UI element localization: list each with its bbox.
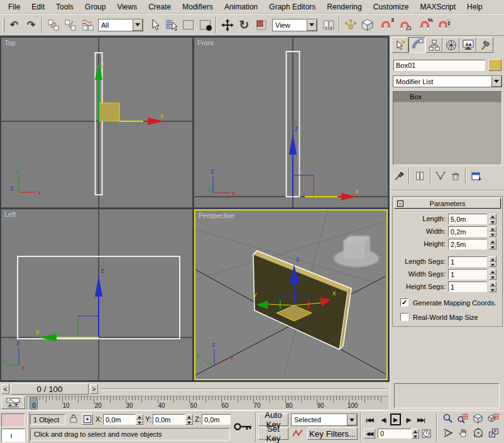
previous-frame-arrow-button[interactable]: < (1, 384, 9, 394)
select-and-scale-button[interactable] (253, 16, 270, 34)
next-frame-button[interactable]: ||▶ (403, 415, 414, 425)
dropdown-arrow-button[interactable] (347, 414, 357, 425)
previous-frame-button[interactable]: ◀|| (378, 415, 389, 425)
window-crossing-toggle-button[interactable] (197, 16, 214, 34)
modifier-stack-item-box[interactable]: Box (393, 92, 501, 102)
menu-customize[interactable]: Customize (368, 1, 415, 13)
zoom-extents-all-button[interactable] (486, 413, 500, 426)
dropdown-arrow-button[interactable] (307, 19, 317, 31)
select-and-move-button[interactable] (219, 16, 236, 34)
status-splitter[interactable] (27, 412, 30, 442)
width-segs-spinner[interactable] (489, 269, 496, 280)
length-spinner[interactable] (489, 214, 496, 224)
zoom-all-button[interactable] (456, 413, 470, 426)
menu-views[interactable]: Views (111, 1, 143, 13)
height-spinner[interactable] (489, 239, 496, 249)
menu-help[interactable]: Help (461, 1, 488, 13)
percent-snap-toggle-button[interactable]: % (415, 16, 434, 34)
x-coordinate-field[interactable]: 0,0m (103, 414, 136, 425)
bind-to-space-warp-button[interactable] (79, 16, 96, 34)
tab-create[interactable] (392, 37, 408, 53)
tab-utilities[interactable] (476, 37, 493, 53)
menu-group[interactable]: Group (79, 1, 111, 13)
height-segs-field[interactable]: 1 (448, 282, 487, 292)
set-key-button[interactable]: Set Key (258, 427, 288, 440)
unlink-selection-button[interactable] (62, 16, 79, 34)
go-to-end-button[interactable]: ▶▶| (415, 415, 427, 425)
dropdown-arrow-button[interactable] (133, 19, 143, 31)
key-filters-button[interactable]: Key Filters... (307, 427, 358, 440)
key-filter-selection-dropdown[interactable]: Selected (291, 413, 358, 426)
generate-mapping-coords-checkbox[interactable]: ✓ (400, 298, 408, 307)
play-animation-button[interactable]: ▶ (390, 413, 401, 425)
track-bar-ruler[interactable]: 0 10 20 30 40 50 60 70 80 90 100 (26, 396, 388, 410)
toolbar-grip[interactable] (3, 18, 4, 33)
make-unique-button[interactable] (433, 169, 448, 183)
rectangular-selection-region-button[interactable] (180, 16, 197, 34)
remove-modifier-button[interactable] (448, 169, 463, 183)
zoom-extents-button[interactable] (471, 413, 485, 426)
width-segs-field[interactable]: 1 (448, 269, 487, 280)
viewport-perspective[interactable]: z x y z x y Perspective (194, 209, 388, 380)
select-and-rotate-button[interactable]: ↻ (236, 16, 253, 34)
menu-animation[interactable]: Animation (219, 1, 263, 13)
next-frame-arrow-button[interactable]: > (90, 384, 98, 394)
viewport-left[interactable]: y z z y x Left (1, 209, 192, 380)
min-max-toggle-button[interactable] (486, 427, 500, 440)
real-world-map-size-checkbox[interactable] (400, 313, 408, 321)
viewport-front[interactable]: z x z x y Front (194, 38, 388, 207)
maxscript-mini-listener-white[interactable] (1, 429, 25, 442)
open-mini-curve-editor-button[interactable] (1, 397, 25, 409)
select-and-manipulate-button[interactable] (342, 16, 359, 34)
configure-modifier-sets-button[interactable] (468, 169, 485, 183)
arc-rotate-button[interactable] (471, 427, 485, 440)
height-field[interactable]: 2,5m (448, 239, 487, 249)
time-slider-handle[interactable]: 0 / 100 (11, 383, 89, 395)
select-object-button[interactable] (146, 16, 163, 34)
reference-coordinate-system-dropdown[interactable]: View (272, 19, 317, 31)
length-segs-spinner[interactable] (489, 256, 496, 267)
show-end-result-button[interactable] (412, 169, 428, 183)
modifier-list-dropdown[interactable]: Modifier List (393, 75, 502, 87)
maxscript-mini-listener-pink[interactable] (1, 413, 25, 427)
menu-maxscript[interactable]: MAXScript (414, 1, 461, 13)
angle-snap-toggle-button[interactable] (395, 16, 415, 34)
rollout-collapse-button[interactable]: - (397, 200, 403, 207)
selection-filter-dropdown[interactable]: All (98, 19, 143, 31)
viewport-top[interactable]: y x y x z Top (1, 38, 192, 207)
width-field[interactable]: 0,2m (448, 226, 487, 237)
time-configuration-button[interactable] (421, 428, 432, 439)
rollout-header[interactable]: - Parameters (394, 198, 501, 209)
snap-3d-toggle-button[interactable]: 3 (376, 16, 395, 34)
snaps-toggle-button[interactable] (359, 16, 376, 34)
menu-create[interactable]: Create (143, 1, 177, 13)
select-and-link-button[interactable] (45, 16, 62, 34)
length-segs-field[interactable]: 1 (448, 256, 487, 267)
tab-modify[interactable] (408, 37, 425, 53)
field-of-view-button[interactable] (441, 427, 455, 440)
tab-display[interactable] (459, 37, 476, 53)
spinner-snap-toggle-button[interactable] (434, 16, 454, 34)
redo-button[interactable]: ↷ (23, 16, 40, 34)
selection-lock-toggle[interactable] (68, 413, 79, 425)
pan-view-button[interactable] (456, 427, 470, 440)
dropdown-arrow-button[interactable] (491, 76, 501, 87)
z-coordinate-field[interactable]: 0,0m (202, 414, 231, 425)
menu-tools[interactable]: Tools (50, 1, 79, 13)
go-to-start-button[interactable]: |◀◀ (363, 415, 376, 425)
width-spinner[interactable] (489, 226, 496, 237)
object-color-swatch[interactable] (488, 59, 501, 71)
absolute-offset-mode-toggle[interactable] (82, 413, 93, 425)
use-pivot-point-center-button[interactable] (320, 16, 337, 34)
set-keys-button[interactable] (233, 413, 254, 441)
x-coordinate-spinner[interactable] (136, 414, 143, 425)
y-coordinate-spinner[interactable] (185, 414, 193, 425)
y-coordinate-field[interactable]: 0,0m (153, 414, 185, 425)
height-segs-spinner[interactable] (489, 282, 496, 292)
zoom-button[interactable] (441, 413, 455, 426)
select-by-name-button[interactable] (163, 16, 180, 34)
menu-file[interactable]: File (3, 1, 26, 13)
tab-hierarchy[interactable] (425, 37, 442, 53)
menu-edit[interactable]: Edit (26, 1, 50, 13)
menu-graph-editors[interactable]: Graph Editors (263, 1, 321, 13)
